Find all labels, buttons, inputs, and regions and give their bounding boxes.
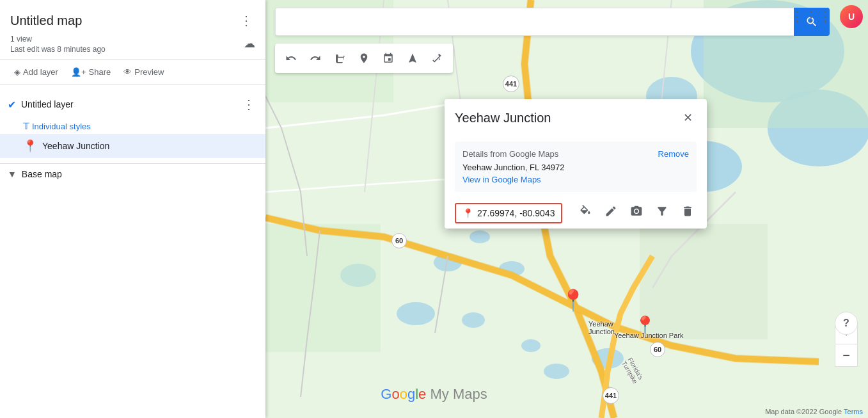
svg-point-13 (521, 339, 541, 352)
sidebar: Untitled map ⋮ 1 view Last edit was 8 mi… (0, 0, 265, 418)
action-bar: ◈ Add layer 👤+ Share 👁 Preview (0, 60, 265, 85)
top-right-controls: ⋮⋮⋮ U (790, 5, 863, 28)
toolbar (275, 44, 453, 73)
popup-edit-button[interactable] (602, 202, 620, 223)
zoom-out-button[interactable]: − (835, 344, 858, 367)
route-label-441: 441 (503, 76, 519, 92)
svg-point-12 (544, 364, 569, 379)
popup-details-header: Details from Google Maps Remove (462, 149, 689, 159)
ruler-button[interactable] (426, 47, 448, 69)
style-icon: 𝕋 (23, 121, 29, 131)
terms-link[interactable]: Terms (844, 408, 863, 415)
preview-button[interactable]: 👁 Preview (120, 65, 168, 79)
popup-filter-button[interactable] (653, 202, 671, 223)
individual-styles-row[interactable]: 𝕋 Individual styles (0, 118, 265, 134)
place-marker-icon: 📍 (23, 139, 37, 153)
help-button[interactable]: ? (835, 312, 858, 335)
pin-button[interactable] (353, 47, 375, 69)
coords-text: 27.69974, -80.9043 (477, 208, 555, 218)
map-attribution: Map data ©2022 Google Terms (765, 408, 863, 415)
layer-header: ✔ Untitled layer ⋮ (0, 90, 265, 118)
search-input[interactable] (275, 8, 794, 36)
delete-icon (681, 205, 694, 218)
route-label-60b: 60 (650, 342, 665, 357)
map-views: 1 view (10, 35, 106, 44)
popup-remove-button[interactable]: Remove (658, 149, 689, 159)
basemap-title: Base map (22, 169, 62, 179)
ruler-icon (431, 52, 443, 64)
map-last-edit: Last edit was 8 minutes ago (10, 45, 106, 54)
popup-view-map-link[interactable]: View in Google Maps (462, 175, 689, 184)
add-layer-icon: ◈ (14, 67, 20, 77)
popup-actions (576, 202, 697, 223)
layer-title-group: ✔ Untitled layer (8, 99, 74, 111)
route-label-60: 60 (391, 233, 407, 248)
directions-icon (407, 52, 418, 64)
popup-close-button[interactable]: ✕ (679, 109, 697, 126)
svg-point-5 (397, 302, 435, 325)
popup-details-title: Details from Google Maps (462, 149, 558, 159)
layer-section: ✔ Untitled layer ⋮ 𝕋 Individual styles 📍… (0, 85, 265, 164)
map-title-row: Untitled map ⋮ (10, 10, 255, 31)
cloud-icon: ☁ (244, 36, 255, 51)
popup-photo-button[interactable] (627, 202, 645, 223)
info-popup: Yeehaw Junction ✕ Details from Google Ma… (445, 99, 707, 229)
coords-box: 📍 27.69974, -80.9043 (455, 203, 562, 223)
pin-icon (358, 52, 370, 64)
popup-details-section: Details from Google Maps Remove Yeehaw J… (455, 141, 697, 192)
svg-point-6 (462, 312, 485, 328)
popup-header: Yeehaw Junction ✕ (445, 99, 707, 131)
preview-icon: 👁 (123, 67, 132, 77)
directions-button[interactable] (402, 47, 423, 69)
add-layer-label: Add layer (23, 67, 58, 77)
place-item-yeehaw[interactable]: 📍 Yeehaw Junction (0, 134, 265, 158)
preview-label: Preview (134, 67, 164, 77)
share-label: Share (89, 67, 111, 77)
apps-grid-icon[interactable]: ⋮⋮⋮ (790, 8, 832, 25)
share-button[interactable]: 👤+ Share (67, 65, 114, 79)
redo-icon (310, 52, 321, 64)
coords-pin-icon: 📍 (462, 208, 473, 218)
map-title: Untitled map (10, 13, 82, 28)
user-avatar[interactable]: U (840, 5, 863, 28)
hand-button[interactable] (329, 47, 351, 69)
yeehaw-junction-label: YeehawJunction (588, 320, 615, 335)
map-more-icon[interactable]: ⋮ (237, 10, 255, 31)
svg-rect-15 (265, 224, 381, 352)
camera-icon (630, 205, 643, 218)
basemap-expand-icon: ▼ (8, 169, 17, 179)
last-edit-row: 1 view Last edit was 8 minutes ago ☁ (10, 33, 255, 54)
style-bucket-icon (579, 205, 592, 218)
redo-button[interactable] (304, 47, 326, 69)
svg-point-3 (470, 230, 490, 243)
svg-rect-16 (640, 224, 768, 339)
share-icon: 👤+ (71, 67, 86, 77)
layer-checkbox-icon[interactable]: ✔ (8, 99, 16, 111)
filter-icon (656, 205, 668, 218)
hand-icon (334, 52, 345, 64)
undo-icon (285, 52, 297, 64)
park-map-marker: 📍 (634, 315, 656, 336)
popup-style-button[interactable] (576, 202, 594, 223)
edit-icon (604, 205, 617, 218)
draw-line-button[interactable] (377, 47, 399, 69)
add-layer-button[interactable]: ◈ Add layer (10, 65, 62, 79)
popup-title: Yeehaw Junction (455, 111, 551, 125)
layer-title: Untitled layer (21, 99, 74, 109)
individual-styles-label: Individual styles (32, 122, 91, 131)
popup-address: Yeehaw Junction, FL 34972 (462, 163, 689, 172)
popup-delete-button[interactable] (679, 202, 697, 223)
map-data-text: Map data ©2022 Google (765, 408, 842, 415)
basemap-header[interactable]: ▼ Base map (8, 169, 258, 179)
sidebar-header: Untitled map ⋮ 1 view Last edit was 8 mi… (0, 0, 265, 60)
place-name-label: Yeehaw Junction (42, 141, 109, 151)
search-bar (275, 8, 830, 36)
draw-line-icon (383, 52, 394, 64)
coords-row: 📍 27.69974, -80.9043 (445, 197, 707, 229)
main-map-marker[interactable]: 📍 (560, 288, 586, 312)
undo-button[interactable] (280, 47, 302, 69)
route-label-441b: 441 (603, 387, 619, 404)
basemap-section: ▼ Base map (0, 164, 265, 184)
layer-more-icon[interactable]: ⋮ (240, 94, 258, 115)
popup-spacer (445, 131, 707, 136)
